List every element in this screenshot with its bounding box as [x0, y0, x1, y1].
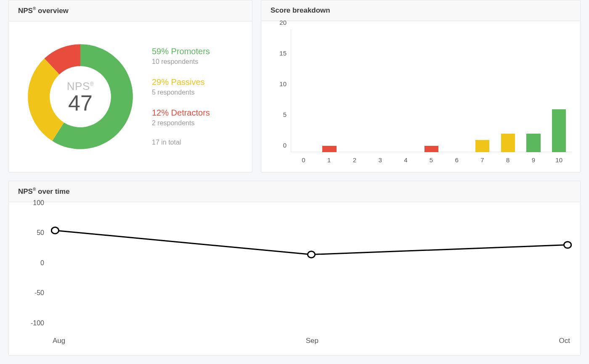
- bar: [526, 134, 540, 152]
- bar-xtick: 5: [419, 156, 444, 164]
- bar-column: [495, 29, 521, 152]
- bar: [322, 146, 336, 152]
- svg-point-1: [308, 251, 315, 257]
- donut-center-value: 47: [67, 92, 94, 113]
- svg-point-2: [564, 242, 571, 248]
- line-ytick: 50: [37, 229, 44, 237]
- line-xtick: Aug: [53, 337, 65, 345]
- legend-total: 17 in total: [152, 139, 210, 146]
- nps-overview-body: NPS® 47 59% Promoters 10 respondents 29%…: [9, 21, 252, 172]
- bar-xtick: 0: [291, 156, 316, 164]
- bar-column: [291, 29, 317, 152]
- line-y-axis: -100-50050100: [17, 211, 51, 331]
- bar-xtick: 1: [316, 156, 342, 164]
- bar-column: [368, 29, 393, 152]
- donut-center: NPS® 47: [67, 79, 94, 113]
- line-x-axis: AugSepOct: [51, 331, 572, 347]
- svg-point-0: [51, 227, 58, 233]
- bar-column: [444, 29, 470, 152]
- line-ytick: 100: [33, 199, 44, 207]
- legend-detractors: 12% Detractors 2 respondents: [152, 108, 210, 127]
- bar-ytick: 20: [279, 19, 287, 26]
- line-ytick: 0: [40, 259, 44, 267]
- bar: [501, 134, 515, 152]
- bar-xtick: 4: [393, 156, 419, 164]
- line-ytick: -50: [34, 289, 44, 297]
- bar-column: [419, 29, 444, 152]
- nps-legend: 59% Promoters 10 respondents 29% Passive…: [152, 47, 210, 146]
- bar-ytick: 5: [283, 111, 287, 118]
- bar-xtick: 9: [521, 156, 547, 164]
- bar-column: [342, 29, 368, 152]
- nps-overview-title: NPS® overview: [9, 0, 252, 21]
- title-text-suffix: overview: [36, 7, 69, 15]
- bar-xtick: 10: [546, 156, 572, 164]
- score-breakdown-chart: 05101520 012345678910: [270, 29, 572, 164]
- bar-plot-area: [291, 29, 572, 152]
- line-xtick: Oct: [559, 337, 570, 345]
- legend-promoters-sub: 10 respondents: [152, 58, 210, 66]
- score-breakdown-card: Score breakdown 05101520 012345678910: [261, 0, 581, 172]
- bar-column: [521, 29, 547, 152]
- bar-xtick: 2: [342, 156, 367, 164]
- bar-ytick: 0: [283, 142, 287, 149]
- line-svg: [51, 211, 572, 331]
- score-breakdown-title: Score breakdown: [261, 0, 580, 21]
- legend-promoters: 59% Promoters 10 respondents: [152, 47, 210, 66]
- nps-over-time-card: NPS® over time -100-50050100 AugSepOct: [8, 181, 581, 356]
- bar-ytick: 10: [279, 80, 287, 87]
- bar-column: [393, 29, 419, 152]
- nps-donut-chart: NPS® 47: [26, 42, 135, 151]
- bars-container: [291, 29, 572, 152]
- legend-promoters-label: 59% Promoters: [152, 47, 210, 56]
- bar-xtick: 6: [444, 156, 470, 164]
- legend-passives: 29% Passives 5 respondents: [152, 77, 210, 96]
- legend-passives-sub: 5 respondents: [152, 89, 210, 96]
- bar: [425, 146, 438, 152]
- dashboard: NPS® overview NPS® 47 59% Promoters 10 r…: [0, 0, 589, 364]
- line-plot-area: [51, 211, 572, 331]
- nps-over-time-chart: -100-50050100 AugSepOct: [17, 211, 572, 347]
- bar-xtick: 7: [470, 156, 495, 164]
- score-breakdown-body: 05101520 012345678910: [261, 21, 580, 172]
- bar: [475, 140, 489, 152]
- title-text: NPS: [18, 7, 33, 15]
- bar-column: [546, 29, 572, 152]
- legend-detractors-label: 12% Detractors: [152, 108, 210, 118]
- bar-xtick: 3: [367, 156, 393, 164]
- nps-overview-card: NPS® overview NPS® 47 59% Promoters 10 r…: [8, 0, 252, 172]
- bar-column: [317, 29, 342, 152]
- legend-passives-label: 29% Passives: [152, 77, 210, 87]
- bar-column: [470, 29, 495, 152]
- bar-xtick: 8: [495, 156, 521, 164]
- nps-over-time-body: -100-50050100 AugSepOct: [9, 202, 580, 355]
- bar-x-axis: 012345678910: [291, 152, 572, 164]
- bar: [552, 109, 566, 152]
- bar-ytick: 15: [279, 50, 287, 57]
- line-ytick: -100: [31, 319, 44, 327]
- nps-over-time-title: NPS® over time: [9, 181, 580, 202]
- line-xtick: Sep: [306, 337, 318, 345]
- legend-detractors-sub: 2 respondents: [152, 119, 210, 127]
- bar-y-axis: 05101520: [270, 29, 291, 152]
